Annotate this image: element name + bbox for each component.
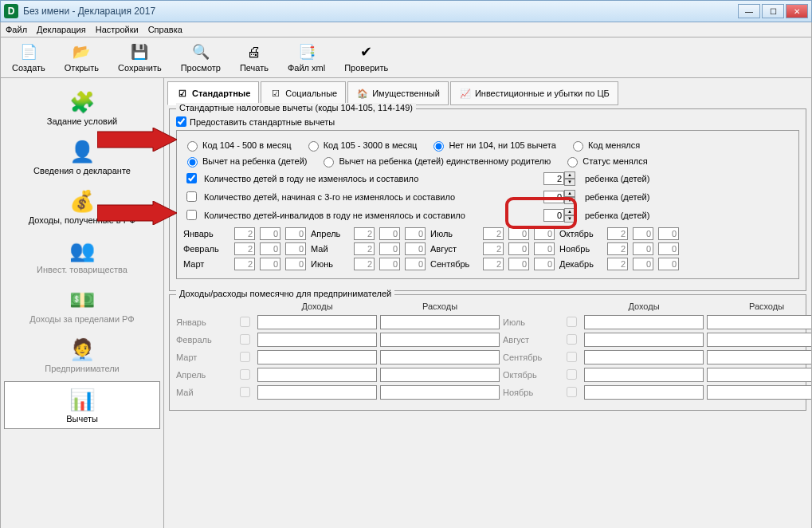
menu-settings[interactable]: Настройки: [96, 25, 139, 34]
month-label: Июль: [430, 229, 480, 238]
spinner-up[interactable]: ▲: [564, 190, 575, 197]
tool-создать[interactable]: 📄Создать: [6, 41, 52, 74]
child-row-checkbox[interactable]: [186, 191, 197, 202]
month-label: Ноябрь: [559, 244, 604, 254]
month-value: [607, 227, 628, 240]
code-radio-input[interactable]: [433, 141, 444, 152]
child-radio[interactable]: Статус менялся: [563, 155, 647, 167]
close-button[interactable]: ✕: [786, 4, 808, 18]
tool-сохранить[interactable]: 💾Сохранить: [112, 41, 168, 74]
code-radio[interactable]: Код 104 - 500 в месяц: [183, 139, 292, 152]
tool-печать[interactable]: 🖨Печать: [233, 41, 275, 74]
month-value: [260, 227, 280, 240]
biz-month-l: Апрель: [176, 370, 232, 380]
month-label: Июнь: [311, 259, 351, 269]
month-label: Декабрь: [559, 259, 604, 269]
tab[interactable]: 📈Инвестиционные и убытки по ЦБ: [450, 81, 618, 105]
biz-row: Январь Июль: [176, 314, 799, 329]
month-value: [379, 242, 400, 255]
spinner-up[interactable]: ▲: [564, 171, 575, 179]
child-count-row: Количество детей-инвалидов в году не изм…: [183, 207, 792, 223]
svg-marker-0: [97, 128, 177, 152]
tool-открыть[interactable]: 📂Открыть: [58, 41, 105, 74]
month-value: [285, 242, 306, 255]
code-radio-input[interactable]: [308, 141, 319, 152]
titlebar: D Без имени - Декларация 2017 — ☐ ✕: [0, 0, 812, 22]
sidebar-item: 👥Инвест. товарищества: [4, 233, 160, 279]
month-value: [633, 227, 653, 240]
sidebar-item: 🧑‍💼Предприниматели: [4, 332, 160, 378]
menu-file[interactable]: Файл: [6, 25, 27, 34]
biz-month-r: Август: [503, 335, 559, 345]
month-value: [658, 227, 679, 240]
code-radio[interactable]: Код 105 - 3000 в месяц: [304, 139, 418, 152]
child-row-label: Количество детей в году не изменялось и …: [204, 174, 539, 183]
window-title: Без имени - Декларация 2017: [23, 6, 738, 17]
sidebar-label: Сведения о декларанте: [33, 166, 131, 175]
tab[interactable]: ☑Стандартные: [167, 81, 259, 105]
code-radio-label: Код 104 - 500 в месяц: [202, 140, 292, 150]
child-radio[interactable]: Вычет на ребенка (детей): [183, 155, 307, 167]
biz-income-r: [584, 333, 704, 347]
month-value: [483, 258, 504, 270]
child-spinner-input[interactable]: [543, 172, 564, 185]
sidebar-item[interactable]: 🧩Задание условий: [4, 85, 160, 131]
month-value: [508, 227, 529, 240]
spinner-down[interactable]: ▼: [564, 179, 575, 186]
biz-check-l: [238, 387, 252, 397]
child-spinner[interactable]: ▲▼: [543, 171, 575, 186]
biz-month-l: Март: [176, 353, 232, 362]
tab[interactable]: 🏠Имущественный: [347, 81, 449, 105]
biz-row: Февраль Август: [176, 332, 799, 347]
biz-check-l: [238, 334, 252, 345]
sidebar-item[interactable]: 📊Вычеты: [4, 381, 160, 429]
code-radio[interactable]: Нет ни 104, ни 105 вычета: [430, 139, 555, 152]
biz-check-r: [565, 369, 579, 380]
sidebar-icon: 👥: [69, 238, 95, 263]
month-value: [260, 242, 280, 255]
tool-icon: 🖨: [245, 42, 264, 61]
sidebar-label: Вычеты: [66, 414, 98, 424]
child-radio-label: Вычет на ребенка (детей): [202, 156, 307, 166]
child-radio[interactable]: Вычет на ребенка (детей) единственному р…: [320, 155, 551, 167]
child-radio-input[interactable]: [187, 157, 198, 167]
child-row-checkbox[interactable]: [186, 210, 197, 220]
biz-group: Доходы/расходы помесячно для предпринима…: [169, 294, 806, 411]
biz-expense-l: [380, 333, 500, 347]
tool-файл xml[interactable]: 📑Файл xml: [281, 41, 331, 74]
biz-header-expense1: Расходы: [380, 301, 500, 311]
month-label: Август: [430, 244, 480, 254]
minimize-button[interactable]: —: [738, 4, 760, 18]
code-radio-input[interactable]: [187, 141, 198, 152]
menu-declaration[interactable]: Декларация: [37, 25, 86, 34]
month-value: [354, 258, 375, 270]
provide-std-checkbox[interactable]: [176, 116, 186, 127]
biz-income-l: [257, 368, 377, 382]
code-radio-input[interactable]: [573, 141, 583, 152]
tool-проверить[interactable]: ✔Проверить: [338, 41, 394, 74]
child-row-after: ребенка (детей): [585, 211, 649, 220]
child-radio-input[interactable]: [324, 157, 334, 167]
tab[interactable]: ☑Социальные: [261, 81, 346, 105]
month-value: [633, 242, 653, 255]
sidebar-icon: 💵: [69, 287, 95, 313]
biz-check-r: [565, 334, 579, 345]
tool-icon: 📄: [19, 42, 38, 61]
biz-month-l: Май: [176, 388, 232, 397]
maximize-button[interactable]: ☐: [762, 4, 784, 18]
menu-help[interactable]: Справка: [148, 25, 182, 34]
month-value: [285, 258, 306, 270]
tool-label: Просмотр: [181, 63, 221, 73]
child-row-checkbox[interactable]: [186, 173, 197, 183]
tool-просмотр[interactable]: 🔍Просмотр: [175, 41, 227, 74]
sidebar-label: Предприниматели: [45, 364, 119, 373]
code-radio[interactable]: Код менялся: [569, 139, 640, 152]
tool-icon: 📑: [297, 42, 316, 61]
child-radio-input[interactable]: [567, 157, 578, 167]
sidebar-label: Задание условий: [47, 116, 117, 126]
biz-check-r: [565, 317, 579, 327]
month-value: [285, 227, 306, 240]
biz-check-l: [238, 369, 252, 380]
tool-label: Проверить: [344, 63, 388, 73]
month-value: [633, 258, 653, 270]
